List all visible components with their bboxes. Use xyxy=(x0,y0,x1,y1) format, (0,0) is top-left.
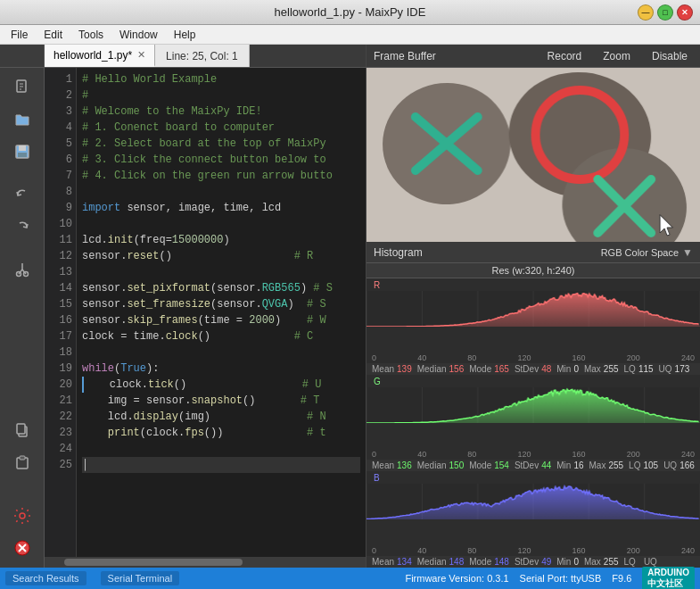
minimize-button[interactable]: — xyxy=(638,4,654,21)
record-button[interactable]: Record xyxy=(542,48,588,64)
histogram-header: Histogram RGB Color Space ▼ xyxy=(366,242,700,263)
stop-button[interactable] xyxy=(6,534,38,562)
menu-help[interactable]: Help xyxy=(167,27,203,43)
menu-tools[interactable]: Tools xyxy=(71,27,111,43)
g-histogram-canvas xyxy=(366,387,700,423)
fps-value: F9.6 xyxy=(612,573,631,584)
disable-button[interactable]: Disable xyxy=(646,48,693,64)
save-file-button[interactable] xyxy=(6,137,38,166)
editor-area: 1234567891011121314151617181920212223242… xyxy=(45,68,366,568)
copy-button[interactable] xyxy=(6,416,38,444)
status-bar: Search Results Serial Terminal Firmware … xyxy=(0,568,700,589)
window-controls: — □ ✕ xyxy=(638,4,693,21)
tab-section: helloworld_1.py* ✕ Line: 25, Col: 1 xyxy=(0,45,366,67)
r-histogram-canvas xyxy=(366,291,700,327)
menu-window[interactable]: Window xyxy=(112,27,165,43)
svg-rect-15 xyxy=(20,456,25,460)
right-panel-header: Frame Buffer Record Zoom Disable xyxy=(366,45,700,67)
b-label: B xyxy=(366,471,700,484)
editor-tab[interactable]: helloworld_1.py* ✕ xyxy=(45,45,155,67)
serial-terminal-tab[interactable]: Serial Terminal xyxy=(101,571,180,585)
svg-rect-5 xyxy=(19,145,26,151)
r-label: R xyxy=(366,278,700,291)
histogram-section: Histogram RGB Color Space ▼ Res (w:320, … xyxy=(366,242,700,568)
menu-file[interactable]: File xyxy=(4,27,35,43)
firmware-version: Firmware Version: 0.3.1 xyxy=(405,573,508,584)
line-numbers: 1234567891011121314151617181920212223242… xyxy=(45,68,77,557)
svg-point-16 xyxy=(20,513,25,518)
r-x-axis: 04080120160200240 xyxy=(366,353,700,363)
line-col-info: Line: 25, Col: 1 xyxy=(155,45,250,67)
horizontal-scrollbar[interactable] xyxy=(45,557,366,568)
left-toolbar xyxy=(0,68,45,568)
open-file-button[interactable] xyxy=(6,105,38,134)
menu-edit[interactable]: Edit xyxy=(37,27,70,43)
frame-canvas xyxy=(366,68,700,242)
frame-buffer-image xyxy=(366,68,700,242)
frame-buffer-label: Frame Buffer xyxy=(374,50,436,62)
r-histogram xyxy=(366,291,700,353)
resolution-bar: Res (w:320, h:240) xyxy=(366,263,700,278)
g-stats: Mean 136 Median 150 Mode 154 StDev 44 Mi… xyxy=(366,460,700,471)
tab-close-button[interactable]: ✕ xyxy=(137,49,145,61)
color-space-label: RGB Color Space xyxy=(601,247,679,258)
menu-bar: File Edit Tools Window Help xyxy=(0,25,700,45)
settings-button[interactable] xyxy=(6,502,38,530)
b-histogram xyxy=(366,484,700,545)
new-file-button[interactable] xyxy=(6,73,38,102)
window-title: helloworld_1.py - MaixPy IDE xyxy=(275,5,426,19)
paste-button[interactable] xyxy=(6,448,38,477)
g-x-axis: 04080120160200240 xyxy=(366,449,700,460)
svg-rect-13 xyxy=(17,424,25,434)
b-channel: B 04080120160200240 Mean 134 Median 148 … xyxy=(366,471,700,568)
g-channel: G 04080120160200240 Mean 136 Median 150 … xyxy=(366,375,700,471)
main-area: 1234567891011121314151617181920212223242… xyxy=(0,68,700,568)
header-combined: helloworld_1.py* ✕ Line: 25, Col: 1 Fram… xyxy=(0,45,700,68)
histogram-title: Histogram xyxy=(374,246,423,259)
title-bar: helloworld_1.py - MaixPy IDE — □ ✕ xyxy=(0,0,700,25)
r-stats: Mean 139 Median 156 Mode 165 StDev 48 Mi… xyxy=(366,363,700,375)
right-panel: Histogram RGB Color Space ▼ Res (w:320, … xyxy=(366,68,700,568)
cut-button[interactable] xyxy=(6,255,38,284)
editor-content[interactable]: 1234567891011121314151617181920212223242… xyxy=(45,68,366,557)
r-channel: R 04080120160200240 Mean 139 Median 156 … xyxy=(366,278,700,375)
svg-rect-6 xyxy=(18,153,27,157)
arduino-badge: ARDUINO中文社区 xyxy=(642,567,695,590)
serial-port: Serial Port: ttyUSB xyxy=(520,573,602,584)
zoom-button[interactable]: Zoom xyxy=(597,48,636,64)
search-results-tab[interactable]: Search Results xyxy=(5,571,86,585)
b-x-axis: 04080120160200240 xyxy=(366,545,700,556)
color-space-arrow[interactable]: ▼ xyxy=(682,246,693,259)
scrollbar-thumb[interactable] xyxy=(64,559,243,566)
close-button[interactable]: ✕ xyxy=(677,4,693,21)
status-right: Firmware Version: 0.3.1 Serial Port: tty… xyxy=(405,567,695,590)
g-histogram xyxy=(366,387,700,449)
redo-button[interactable] xyxy=(6,212,38,241)
b-histogram-canvas xyxy=(366,484,700,519)
maximize-button[interactable]: □ xyxy=(657,4,673,21)
undo-button[interactable] xyxy=(6,180,38,209)
tab-filename: helloworld_1.py* xyxy=(54,49,132,62)
g-label: G xyxy=(366,375,700,387)
code-display[interactable]: # Hello World Example # # Welcome to the… xyxy=(77,68,366,557)
